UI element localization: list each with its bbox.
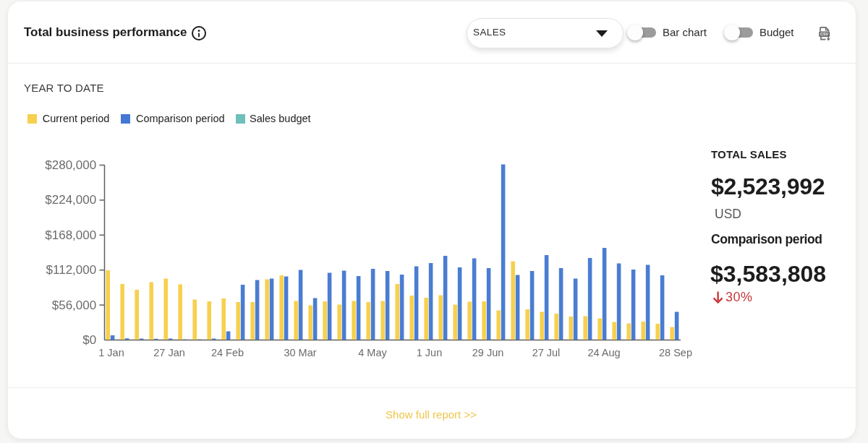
svg-text:24 Aug: 24 Aug [587,347,620,358]
svg-text:24 Feb: 24 Feb [211,347,244,358]
svg-text:1 Jun: 1 Jun [417,347,442,358]
svg-text:4 May: 4 May [358,347,387,358]
svg-text:27 Jul: 27 Jul [532,347,561,358]
svg-text:$0: $0 [82,333,96,347]
svg-text:$280,000: $280,000 [45,158,96,172]
svg-text:$56,000: $56,000 [52,298,96,312]
svg-text:30 Mar: 30 Mar [284,347,316,358]
svg-text:$112,000: $112,000 [46,263,97,277]
svg-text:27 Jan: 27 Jan [153,347,185,358]
svg-text:1 Jan: 1 Jan [98,347,124,358]
svg-text:$224,000: $224,000 [45,193,96,207]
svg-text:$168,000: $168,000 [45,228,96,242]
svg-text:29 Jun: 29 Jun [472,347,504,358]
svg-text:28 Sep: 28 Sep [659,347,692,358]
